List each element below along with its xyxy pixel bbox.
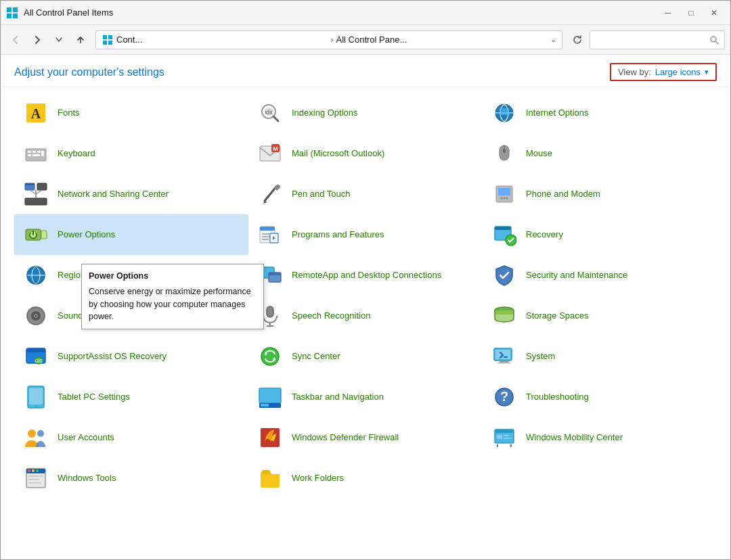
svg-line-36	[30, 190, 36, 194]
item-security[interactable]: Security and Maintenance	[483, 255, 717, 296]
item-phone[interactable]: Phone and Modem	[483, 174, 717, 214]
address-bar[interactable]: Cont... › All Control Pane... ⌄	[95, 30, 562, 49]
item-label-programs: Programs and Features	[292, 229, 384, 241]
item-label-recovery: Recovery	[526, 229, 563, 241]
svg-rect-103	[28, 475, 43, 477]
item-internet[interactable]: Internet Options	[483, 93, 717, 133]
item-label-windowstools: Windows Tools	[58, 473, 116, 484]
item-label-phone: Phone and Modem	[526, 189, 600, 200]
forward-button[interactable]	[28, 30, 47, 49]
item-label-windowsmobility: Windows Mobility Center	[526, 432, 623, 444]
item-windowsmobility[interactable]: Windows Mobility Center	[483, 417, 717, 458]
view-by-chevron[interactable]: ▾	[705, 68, 709, 76]
svg-point-90	[28, 429, 36, 438]
item-mail[interactable]: MMail (Microsoft Outlook)	[248, 133, 483, 174]
item-tablet[interactable]: Tablet PC Settings	[14, 377, 248, 417]
item-recovery[interactable]: Recovery	[483, 214, 717, 255]
item-label-workfolders: Work Folders	[292, 473, 344, 484]
svg-point-45	[506, 197, 508, 200]
item-label-useraccounts: User Accounts	[58, 432, 114, 444]
item-workfolders[interactable]: Work Folders	[248, 458, 483, 498]
item-speech[interactable]: Speech Recognition	[248, 296, 483, 336]
svg-rect-87	[261, 404, 269, 406]
maximize-button[interactable]: □	[680, 3, 702, 22]
item-synccenter[interactable]: Sync Center	[248, 336, 483, 377]
window-title: All Control Panel Items	[24, 7, 657, 18]
item-power[interactable]: Power Options	[14, 214, 248, 255]
address-chevron[interactable]: ⌄	[550, 35, 556, 44]
back-button[interactable]	[6, 30, 25, 49]
item-icon-keyboard	[22, 140, 49, 167]
item-windowstools[interactable]: Windows Tools	[14, 458, 248, 498]
refresh-button[interactable]	[568, 30, 587, 49]
svg-text:OS: OS	[35, 358, 43, 364]
svg-point-43	[501, 197, 503, 200]
svg-point-30	[503, 149, 506, 153]
item-network[interactable]: Network and Sharing Center	[14, 174, 248, 214]
svg-rect-6	[103, 41, 107, 45]
item-label-mouse: Mouse	[526, 148, 552, 160]
svg-point-84	[35, 405, 37, 408]
item-storage[interactable]: Storage Spaces	[483, 296, 717, 336]
item-system[interactable]: System	[483, 336, 717, 377]
search-input[interactable]	[596, 34, 709, 45]
svg-rect-20	[32, 151, 36, 153]
item-icon-windowsdefender	[257, 424, 284, 451]
page-title: Adjust your computer's settings	[14, 66, 164, 78]
view-by-control[interactable]: View by: Large icons ▾	[610, 63, 717, 81]
power-options-tooltip: Power Options Conserve energy or maximiz…	[81, 264, 264, 329]
address-bar-icon	[102, 34, 114, 46]
item-icon-troubleshoot: ?	[491, 383, 518, 411]
item-pen[interactable]: Pen and Touch	[248, 174, 483, 214]
item-indexing[interactable]: idxIndexing Options	[248, 93, 483, 133]
svg-text:?: ?	[500, 389, 508, 404]
svg-rect-51	[262, 233, 270, 235]
svg-point-102	[36, 469, 39, 472]
item-programs[interactable]: Programs and Features	[248, 214, 483, 255]
svg-rect-56	[495, 227, 511, 230]
item-label-taskbar: Taskbar and Navigation	[292, 392, 384, 403]
item-label-supportassist: SupportAssist OS Recovery	[58, 351, 167, 363]
svg-rect-33	[37, 183, 47, 190]
minimize-button[interactable]: ─	[657, 3, 679, 22]
item-supportassist[interactable]: OSSupportAssist OS Recovery	[14, 336, 248, 377]
item-icon-pen	[257, 181, 284, 208]
navigation-bar: Cont... › All Control Pane... ⌄	[1, 25, 730, 55]
svg-rect-96	[504, 435, 509, 436]
up-button[interactable]	[71, 30, 90, 49]
item-icon-workfolders	[257, 465, 284, 492]
svg-line-14	[273, 116, 278, 121]
svg-rect-97	[504, 438, 512, 439]
item-fonts[interactable]: AFonts	[14, 93, 248, 133]
view-by-value[interactable]: Large icons	[655, 67, 701, 77]
item-windowsdefender[interactable]: Windows Defender Firewall	[248, 417, 483, 458]
svg-point-65	[35, 315, 37, 317]
item-taskbar[interactable]: Taskbar and Navigation	[248, 377, 483, 417]
search-box[interactable]	[590, 30, 725, 49]
item-troubleshoot[interactable]: ?Troubleshooting	[483, 377, 717, 417]
title-bar: All Control Panel Items ─ □ ✕	[1, 1, 730, 25]
item-icon-programs	[257, 221, 284, 248]
item-icon-mouse	[491, 140, 518, 167]
item-icon-recovery	[491, 221, 518, 248]
close-button[interactable]: ✕	[703, 3, 725, 22]
svg-rect-1	[13, 7, 18, 12]
svg-rect-17	[500, 108, 509, 115]
item-icon-sound	[22, 302, 49, 329]
item-label-security: Security and Maintenance	[526, 270, 627, 281]
item-mouse[interactable]: Mouse	[483, 133, 717, 174]
item-keyboard[interactable]: Keyboard	[14, 133, 248, 174]
item-useraccounts[interactable]: User Accounts	[14, 417, 248, 458]
item-label-windowsdefender: Windows Defender Firewall	[292, 432, 399, 444]
svg-rect-83	[29, 388, 43, 404]
item-label-speech: Speech Recognition	[292, 310, 370, 322]
item-label-keyboard: Keyboard	[58, 148, 95, 160]
svg-rect-32	[25, 183, 35, 185]
svg-rect-66	[267, 306, 273, 317]
tooltip-description: Conserve energy or maximize performance …	[89, 285, 257, 323]
history-dropdown-button[interactable]	[49, 30, 68, 49]
svg-point-44	[504, 197, 506, 200]
content-header: Adjust your computer's settings View by:…	[1, 55, 730, 87]
item-remoteapp[interactable]: RemoteApp and Desktop Connections	[248, 255, 483, 296]
item-icon-security	[491, 262, 518, 289]
